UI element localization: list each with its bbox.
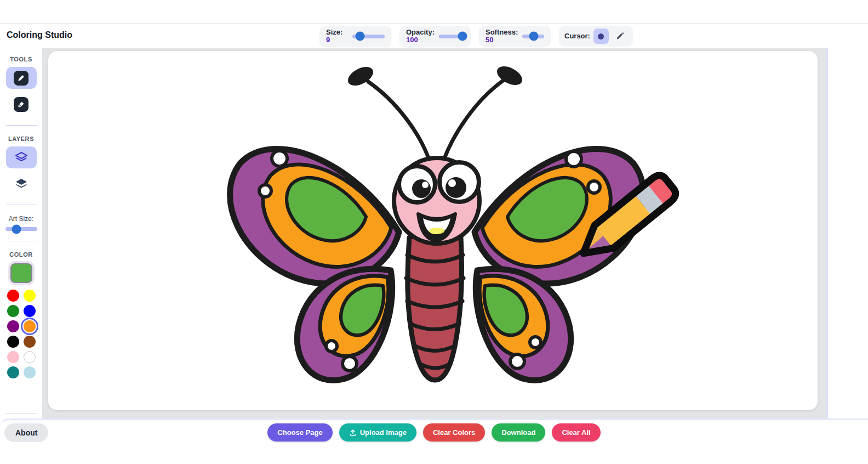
art-size-slider[interactable] <box>5 227 37 231</box>
opacity-slider-thumb[interactable] <box>458 32 467 41</box>
color-swatch-white[interactable] <box>24 351 36 363</box>
color-swatch-purple[interactable] <box>7 320 19 332</box>
cursor-group: Cursor: <box>559 26 633 47</box>
footer-actions: Choose Page Upload Image Clear Colors Do… <box>0 423 868 442</box>
eraser-tool-button[interactable] <box>6 93 37 115</box>
size-label: Size: 9 <box>326 29 348 44</box>
tools-heading: TOOLS <box>0 56 42 63</box>
softness-slider[interactable] <box>522 35 544 38</box>
sidebar-divider <box>6 125 37 126</box>
sidebar-divider-2 <box>6 205 37 205</box>
layer-1-button[interactable] <box>6 146 37 168</box>
color-swatch-teal[interactable] <box>7 366 19 378</box>
butterfly-body <box>406 233 464 380</box>
art-size-slider-thumb[interactable] <box>12 224 21 234</box>
opacity-slider[interactable] <box>439 35 464 38</box>
color-swatch-brown[interactable] <box>24 336 36 348</box>
opacity-label: Opacity: 100 <box>406 29 435 44</box>
color-swatch-yellow[interactable] <box>24 290 36 302</box>
size-slider-group: Size: 9 <box>319 26 391 47</box>
softness-label: Softness: 50 <box>486 29 518 44</box>
choose-page-button[interactable]: Choose Page <box>267 423 332 442</box>
art-size-label: Art Size: <box>0 215 42 223</box>
color-swatch-pink[interactable] <box>7 351 19 363</box>
layers-outline-icon <box>15 151 28 163</box>
color-swatch-lightblue[interactable] <box>24 366 36 378</box>
color-swatch-red[interactable] <box>7 290 19 302</box>
workspace <box>42 48 828 418</box>
antenna-left <box>368 82 429 160</box>
brush-icon <box>14 71 28 86</box>
size-slider[interactable] <box>352 35 385 38</box>
butterfly-head <box>394 158 479 244</box>
color-swatch-black[interactable] <box>7 336 19 348</box>
eraser-icon <box>14 97 28 112</box>
color-swatch-orange-selected[interactable] <box>24 320 36 332</box>
softness-slider-group: Softness: 50 <box>479 26 551 47</box>
color-heading: COLOR <box>0 251 42 258</box>
browser-top-strip <box>0 0 868 24</box>
clear-colors-button[interactable]: Clear Colors <box>423 423 485 442</box>
softness-value: 50 <box>486 36 518 44</box>
size-value: 9 <box>326 36 330 44</box>
download-button[interactable]: Download <box>492 423 545 442</box>
drawing-canvas[interactable] <box>48 51 818 410</box>
layer-2-button[interactable] <box>6 173 37 195</box>
app-header: Coloring Studio Size: 9 Opacity: 100 Sof… <box>0 24 868 48</box>
clear-all-button[interactable]: Clear All <box>552 423 600 442</box>
sidebar: TOOLS LAYERS Art Size: <box>0 48 42 418</box>
brush-tool-button[interactable] <box>6 67 37 89</box>
softness-slider-thumb[interactable] <box>529 32 538 41</box>
upload-image-button[interactable]: Upload Image <box>339 423 416 442</box>
layers-heading: LAYERS <box>0 135 42 142</box>
sidebar-divider-3 <box>6 241 37 241</box>
sidebar-bottom-divider <box>5 414 37 414</box>
current-color-swatch <box>10 263 32 283</box>
upper-left-wing <box>230 149 399 284</box>
layers-filled-icon <box>15 178 28 189</box>
cursor-dot-button[interactable] <box>593 29 609 44</box>
color-swatch-blue[interactable] <box>24 305 36 317</box>
color-palette <box>0 290 42 378</box>
page-title: Coloring Studio <box>7 30 72 40</box>
opacity-value: 100 <box>406 36 435 44</box>
antenna-right <box>444 81 503 160</box>
cursor-label: Cursor: <box>564 32 590 40</box>
size-slider-thumb[interactable] <box>356 32 365 41</box>
dot-cursor-icon <box>598 33 604 39</box>
color-swatch-green[interactable] <box>7 305 19 317</box>
butterfly-artwork <box>48 51 818 410</box>
pencil-icon <box>615 32 624 41</box>
upload-icon <box>349 429 357 437</box>
cursor-pencil-button[interactable] <box>612 29 627 44</box>
opacity-slider-group: Opacity: 100 <box>399 26 471 47</box>
footer-bar: About Choose Page Upload Image Clear Col… <box>0 418 868 464</box>
